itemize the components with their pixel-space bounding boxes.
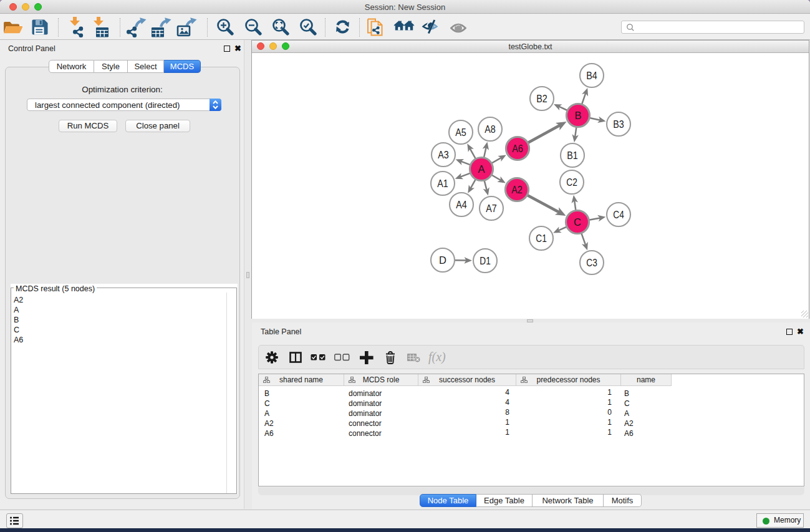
svg-text:C: C <box>574 216 581 228</box>
svg-text:A5: A5 <box>455 127 466 138</box>
svg-text:D: D <box>439 254 446 266</box>
svg-text:B2: B2 <box>536 93 547 104</box>
svg-text:C4: C4 <box>613 209 624 220</box>
svg-text:A2: A2 <box>511 184 523 195</box>
svg-text:A1: A1 <box>437 178 448 189</box>
svg-text:B3: B3 <box>613 118 624 130</box>
svg-text:A: A <box>478 163 485 175</box>
svg-text:A6: A6 <box>512 143 523 154</box>
svg-text:B: B <box>574 110 581 121</box>
svg-text:D1: D1 <box>480 255 491 266</box>
svg-text:B4: B4 <box>586 70 597 81</box>
svg-text:C3: C3 <box>586 257 597 268</box>
svg-text:B1: B1 <box>567 150 578 161</box>
svg-text:A4: A4 <box>456 199 467 210</box>
svg-text:A3: A3 <box>438 149 449 160</box>
svg-text:A7: A7 <box>486 203 497 214</box>
svg-text:A8: A8 <box>485 123 496 135</box>
svg-text:C1: C1 <box>536 233 547 244</box>
svg-text:C2: C2 <box>566 177 577 188</box>
